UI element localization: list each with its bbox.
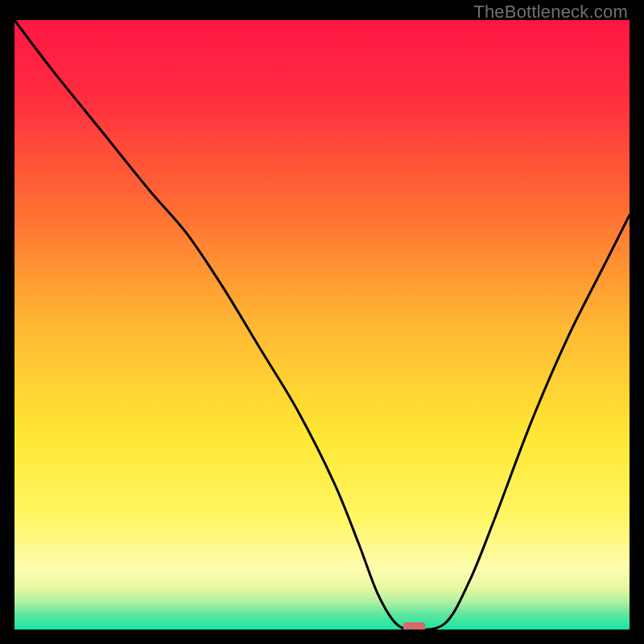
chart-frame: TheBottleneck.com <box>0 0 644 644</box>
optimal-point-marker <box>403 622 426 630</box>
plot-area <box>14 20 630 630</box>
watermark-text: TheBottleneck.com <box>473 2 628 23</box>
gradient-background <box>14 20 630 630</box>
chart-svg <box>14 20 630 630</box>
